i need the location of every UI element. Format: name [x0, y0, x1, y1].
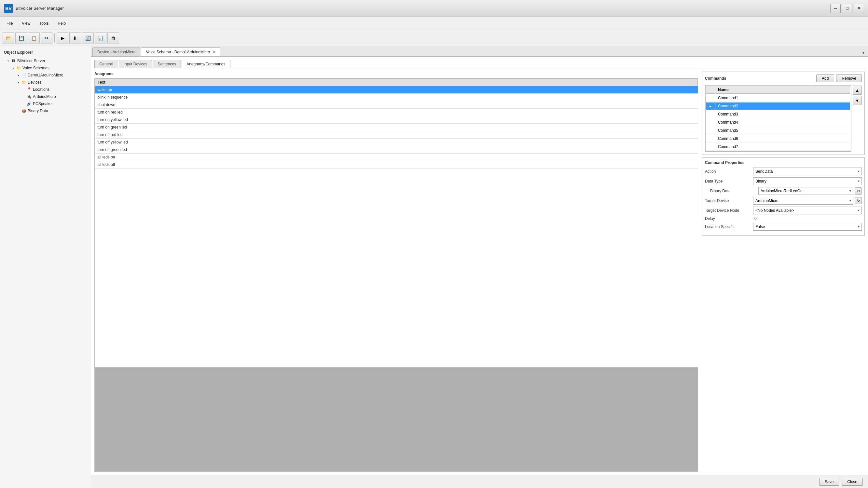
binary-data-refresh-button[interactable]: ↻ — [855, 187, 862, 195]
save-button[interactable]: Save — [819, 478, 839, 486]
command-name-1: Command2 — [715, 102, 850, 110]
tab-close-button[interactable]: ✕ — [213, 50, 215, 54]
commands-header-row: Name — [706, 86, 850, 94]
sub-tab-sentences[interactable]: Sentences — [153, 60, 181, 68]
server-label: BitVoicer Server — [16, 59, 45, 63]
anagram-row-2[interactable]: shut down — [95, 101, 698, 109]
anagram-row-3[interactable]: turn on red led — [95, 109, 698, 116]
tab-device-arduinomicro[interactable]: Device - ArduinoMicro — [92, 47, 140, 56]
target-device-refresh-button[interactable]: ↻ — [855, 197, 862, 204]
commands-section: Commands Add Remove — [702, 72, 865, 155]
commands-col-arrow — [706, 86, 715, 94]
prop-row-location-specific: Location Specific False True — [705, 223, 862, 231]
toolbar-cut[interactable]: ✂ — [41, 32, 53, 44]
menu-bar: File View Tools Help — [0, 17, 868, 30]
command-arrow-4 — [706, 127, 715, 134]
menu-help[interactable]: Help — [54, 20, 70, 27]
anagram-cell-4: turn on yellow led — [95, 116, 698, 124]
sub-tab-anagrams-commands[interactable]: Anagrams/Commands — [182, 60, 230, 68]
toolbar-chart[interactable]: 📊 — [95, 32, 106, 44]
sidebar-item-voice-schemas[interactable]: ▾ 📁 Voice Schemas — [0, 64, 91, 72]
menu-view[interactable]: View — [18, 20, 34, 27]
binary-data-select[interactable]: ArduinoMicroRedLedOn ArduinoMicroRedLedO… — [758, 187, 854, 195]
devices-label: Devices — [27, 80, 42, 85]
prop-value-delay: 0 — [753, 216, 862, 221]
anagram-row-10[interactable]: all leds off — [95, 161, 698, 168]
arduino-icon: 🔌 — [26, 94, 32, 99]
anagrams-panel: Anagrams Text wake upblink in sequencesh… — [94, 72, 698, 472]
anagram-row-9[interactable]: all leds on — [95, 154, 698, 161]
sidebar-item-arduinomicro[interactable]: 🔌 ArduinoMicro — [0, 93, 91, 100]
command-name-3: Command4 — [715, 119, 850, 126]
sidebar-item-pcspeaker[interactable]: 🔊 PCSpeaker — [0, 100, 91, 107]
close-window-button[interactable]: ✕ — [854, 4, 864, 13]
toolbar-open[interactable]: 📂 — [3, 32, 14, 44]
sidebar-item-bitvoicer-server[interactable]: □ 🖥 BitVoicer Server — [0, 57, 91, 64]
command-row-4[interactable]: Command5 — [706, 127, 850, 134]
command-name-0: Command1 — [715, 94, 850, 102]
command-row-1[interactable]: ►Command2 — [706, 102, 850, 110]
anagram-row-6[interactable]: turn off red led — [95, 131, 698, 139]
anagram-row-5[interactable]: turn on green led — [95, 124, 698, 131]
command-row-6[interactable]: Command7 — [706, 143, 850, 151]
remove-command-button[interactable]: Remove — [836, 74, 862, 82]
anagram-row-7[interactable]: turn off yellow led — [95, 139, 698, 146]
tab-dropdown[interactable]: ▼ — [859, 49, 868, 56]
datatype-select[interactable]: Binary Text Number — [753, 177, 862, 185]
command-up-button[interactable]: ▲ — [853, 86, 862, 95]
sidebar-item-locations[interactable]: 📍 Locations — [0, 86, 91, 93]
anagram-row-0[interactable]: wake up — [95, 86, 698, 94]
command-row-2[interactable]: Command3 — [706, 110, 850, 118]
close-button[interactable]: Close — [842, 478, 863, 486]
command-name-4: Command5 — [715, 127, 850, 134]
sidebar-item-demo1[interactable]: ▾ 📄 Demo1ArduinoMicro — [0, 72, 91, 79]
target-device-select[interactable]: ArduinoMicro PCSpeaker — [753, 197, 854, 205]
sub-tabs-bar: General Input Devices Sentences Anagrams… — [94, 60, 865, 68]
properties-title: Command Properties — [705, 160, 862, 165]
toolbar-refresh[interactable]: 🔄 — [82, 32, 94, 44]
schemas-label: Voice Schemas — [22, 66, 50, 70]
anagram-row-8[interactable]: turn off green led — [95, 146, 698, 154]
prop-label-target-node: Target Device Node — [705, 208, 750, 213]
toolbar-save[interactable]: 💾 — [15, 32, 27, 44]
anagram-cell-3: turn on red led — [95, 109, 698, 116]
target-node-select[interactable]: <No Nodes Available> — [753, 206, 862, 215]
minimize-button[interactable]: ─ — [830, 4, 841, 13]
tab-voice-schema[interactable]: Voice Schema - Demo1ArduinoMicro ✕ — [141, 47, 220, 56]
title-bar-controls: ─ □ ✕ — [830, 4, 864, 13]
locations-label: Locations — [32, 87, 50, 92]
command-name-5: Command6 — [715, 135, 850, 142]
prop-value-location-specific: False True — [753, 223, 862, 231]
menu-tools[interactable]: Tools — [35, 20, 53, 27]
anagram-cell-2: shut down — [95, 101, 698, 109]
target-device-select-wrapper: ArduinoMicro PCSpeaker — [753, 197, 854, 205]
sub-tab-general[interactable]: General — [94, 60, 118, 68]
command-row-5[interactable]: Command6 — [706, 135, 850, 142]
anagram-row-4[interactable]: turn on yellow led — [95, 116, 698, 124]
maximize-button[interactable]: □ — [842, 4, 852, 13]
toolbar-delete[interactable]: 🗑 — [107, 32, 119, 44]
folder-icon-schemas: 📁 — [16, 65, 22, 71]
sidebar-item-devices[interactable]: ▾ 📁 Devices — [0, 79, 91, 86]
toolbar-run[interactable]: ▶ — [57, 32, 68, 44]
command-down-button[interactable]: ▼ — [853, 96, 862, 105]
server-icon: 🖥 — [10, 58, 16, 63]
command-row-0[interactable]: Command1 — [706, 94, 850, 102]
sub-tab-input-devices[interactable]: Input Devices — [119, 60, 152, 68]
prop-value-action: SendData PlayAudio RunApp — [753, 167, 862, 175]
title-bar: BV BitVoicer Server Manager ─ □ ✕ — [0, 0, 868, 17]
toolbar-copy[interactable]: 📋 — [28, 32, 40, 44]
action-select[interactable]: SendData PlayAudio RunApp — [753, 167, 862, 175]
prop-label-delay: Delay — [705, 216, 750, 221]
menu-file[interactable]: File — [3, 20, 17, 27]
anagram-cell-0: wake up — [95, 86, 698, 94]
location-specific-select[interactable]: False True — [753, 223, 862, 231]
anagram-cell-8: turn off green led — [95, 146, 698, 154]
sidebar-item-binary-data[interactable]: 📦 Binary Data — [0, 107, 91, 115]
prop-row-binary-data: Binary Data ArduinoMicroRedLedOn Arduino… — [705, 187, 862, 195]
add-command-button[interactable]: Add — [816, 74, 834, 82]
command-row-3[interactable]: Command4 — [706, 119, 850, 126]
tree-toggle-schemas: ▾ — [10, 66, 16, 70]
toolbar-pause[interactable]: ⏸ — [69, 32, 81, 44]
anagram-row-1[interactable]: blink in sequence — [95, 94, 698, 101]
